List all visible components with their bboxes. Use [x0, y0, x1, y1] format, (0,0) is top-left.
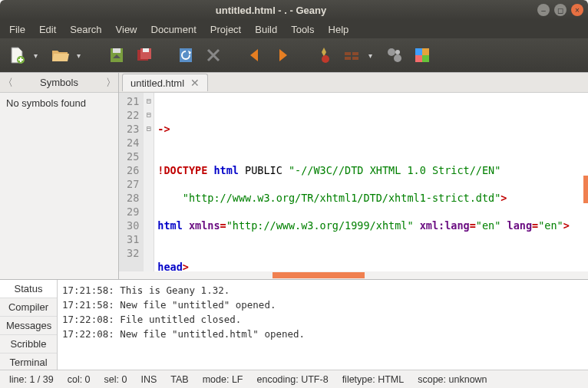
code-text[interactable]: -> !DOCTYPE html PUBLIC "-//W3C//DTD XHT… [154, 93, 588, 271]
menu-view[interactable]: View [110, 22, 144, 37]
window-controls: – ◻ × [537, 4, 583, 16]
close-file-icon[interactable] [203, 44, 224, 66]
close-button[interactable]: × [571, 4, 583, 16]
new-file-dropdown-icon[interactable]: ▾ [34, 51, 43, 60]
reload-icon[interactable] [175, 44, 197, 66]
svg-rect-1 [113, 48, 121, 53]
nav-back-icon[interactable] [244, 44, 266, 66]
status-sel: sel: 0 [104, 374, 127, 385]
menu-edit[interactable]: Edit [33, 22, 62, 37]
menu-tools[interactable]: Tools [285, 22, 320, 37]
menu-file[interactable]: File [3, 22, 31, 37]
msg-tab-scribble[interactable]: Scribble [0, 335, 57, 353]
message-panel: Status Compiler Messages Scribble Termin… [0, 279, 588, 370]
msg-tab-messages[interactable]: Messages [0, 317, 57, 335]
svg-point-5 [394, 54, 401, 62]
maximize-button[interactable]: ◻ [554, 4, 567, 16]
horizontal-scrollbar[interactable] [119, 271, 588, 279]
sidebar-body: No symbols found [0, 93, 118, 279]
sidebar-prev-icon[interactable]: 〈 [0, 76, 15, 90]
toolbar: ▾ ▾ ▾ [0, 38, 588, 72]
code-area[interactable]: 212223 242526 272829 303132 ⊟ ⊟ ⊟ -> !DO… [119, 93, 588, 271]
sidebar: 〈 Symbols 〉 No symbols found [0, 73, 119, 279]
save-all-icon[interactable] [134, 44, 155, 66]
svg-rect-2 [143, 48, 149, 52]
scroll-indicator[interactable] [583, 176, 588, 203]
status-mode: mode: LF [203, 374, 243, 385]
titlebar: untitled.html - . - Geany – ◻ × [0, 0, 588, 20]
main-area: 〈 Symbols 〉 No symbols found untitled.ht… [0, 72, 588, 279]
statusbar: line: 1 / 39 col: 0 sel: 0 INS TAB mode:… [0, 370, 588, 388]
file-tab-label: untitled.html [130, 77, 184, 89]
msg-tab-compiler[interactable]: Compiler [0, 298, 57, 317]
save-icon[interactable] [106, 44, 127, 66]
menu-search[interactable]: Search [64, 22, 107, 37]
sidebar-tabs: 〈 Symbols 〉 [0, 73, 118, 93]
sidebar-tab-symbols[interactable]: Symbols [15, 77, 103, 88]
status-filetype: filetype: HTML [342, 374, 405, 385]
compile-icon[interactable] [313, 44, 335, 66]
svg-point-3 [322, 55, 329, 63]
svg-rect-9 [422, 55, 429, 62]
build-dropdown-icon[interactable]: ▾ [368, 51, 378, 60]
svg-rect-10 [415, 55, 422, 62]
status-line: line: 1 / 39 [9, 374, 54, 385]
message-body[interactable]: 17:21:58: This is Geany 1.32. 17:21:58: … [58, 280, 588, 370]
open-file-dropdown-icon[interactable]: ▾ [77, 51, 86, 60]
editor-area: untitled.html ✕ 212223 242526 272829 303… [119, 73, 588, 279]
message-line: 17:21:58: This is Geany 1.32. [62, 283, 583, 298]
svg-point-6 [395, 50, 400, 54]
menubar: File Edit Search View Document Project B… [0, 20, 588, 38]
msg-tab-status[interactable]: Status [0, 280, 57, 298]
color-chooser-icon[interactable] [411, 44, 433, 66]
message-line: 17:21:58: New file "untitled" opened. [62, 298, 583, 312]
open-file-icon[interactable] [49, 44, 71, 66]
status-encoding: encoding: UTF-8 [257, 374, 329, 385]
nav-forward-icon[interactable] [272, 44, 293, 66]
tab-close-icon[interactable]: ✕ [190, 77, 200, 89]
minimize-button[interactable]: – [537, 4, 550, 16]
message-line: 17:22:08: New file "untitled.html" opene… [62, 327, 583, 341]
sidebar-next-icon[interactable]: 〉 [103, 76, 118, 90]
window-title: untitled.html - . - Geany [5, 5, 537, 16]
execute-icon[interactable] [384, 44, 405, 66]
message-line: 17:22:08: File untitled closed. [62, 312, 583, 327]
menu-build[interactable]: Build [249, 22, 283, 37]
build-icon[interactable] [341, 44, 362, 66]
menu-project[interactable]: Project [204, 22, 247, 37]
menu-help[interactable]: Help [322, 22, 355, 37]
file-tab[interactable]: untitled.html ✕ [122, 74, 208, 91]
status-ins: INS [140, 374, 157, 385]
menu-document[interactable]: Document [145, 22, 203, 37]
fold-column[interactable]: ⊟ ⊟ ⊟ [144, 93, 154, 271]
line-gutter: 212223 242526 272829 303132 [119, 93, 144, 271]
status-scope: scope: unknown [418, 374, 487, 385]
message-tabs: Status Compiler Messages Scribble Termin… [0, 280, 58, 370]
svg-point-4 [388, 48, 395, 56]
status-tab: TAB [170, 374, 188, 385]
file-tabs: untitled.html ✕ [119, 73, 588, 93]
new-file-icon[interactable] [6, 44, 28, 66]
svg-rect-8 [415, 48, 422, 55]
status-col: col: 0 [68, 374, 91, 385]
